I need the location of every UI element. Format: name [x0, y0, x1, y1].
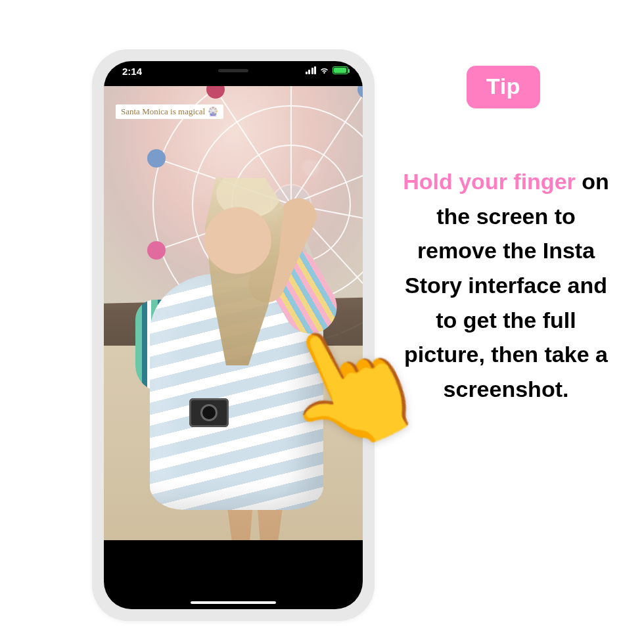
battery-charging-icon [333, 66, 348, 74]
home-indicator [191, 601, 276, 604]
wifi-icon [319, 66, 329, 74]
svg-point-22 [147, 149, 166, 168]
story-caption: Santa Monica is magical 🎡 [116, 104, 223, 119]
story-image[interactable]: Santa Monica is magical 🎡 [104, 86, 363, 540]
ferris-wheel-emoji-icon: 🎡 [208, 106, 218, 117]
tip-rest: on the screen to remove the Insta Story … [404, 169, 609, 402]
story-caption-text: Santa Monica is magical [121, 106, 205, 117]
tip-accent: Hold your finger [403, 169, 576, 194]
cellular-signal-icon [306, 66, 317, 74]
status-time: 2:14 [122, 66, 142, 77]
svg-point-23 [206, 86, 225, 99]
tip-text: Hold your finger on the screen to remove… [401, 164, 611, 407]
svg-point-21 [147, 241, 166, 260]
svg-point-15 [357, 86, 363, 99]
phone-speaker [218, 69, 248, 72]
svg-line-12 [156, 158, 291, 204]
svg-line-11 [156, 204, 291, 250]
tip-badge: Tip [467, 66, 540, 108]
phone-notch [168, 61, 299, 80]
